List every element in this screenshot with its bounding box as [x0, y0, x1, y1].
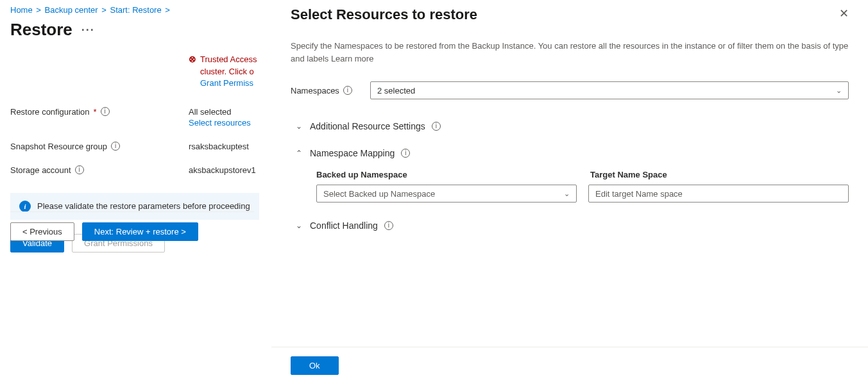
info-icon[interactable]: i [384, 221, 393, 230]
crumb-home[interactable]: Home [10, 5, 33, 15]
chevron-right-icon: > [165, 5, 170, 15]
info-icon[interactable]: i [75, 165, 84, 174]
error-icon: ⊗ [189, 54, 196, 64]
accordion-namespace-mapping[interactable]: ⌃ Namespace Mapping i [294, 143, 849, 163]
more-icon[interactable]: ··· [81, 24, 95, 36]
chevron-down-icon: ⌄ [294, 221, 303, 230]
target-namespace-input[interactable]: Edit target Name space [588, 185, 849, 203]
page-title: Restore [10, 20, 72, 40]
accordion-label: Conflict Handling [310, 220, 378, 231]
info-icon[interactable]: i [101, 107, 110, 116]
col-backed-up-namespace: Backed up Namespace [316, 170, 575, 179]
namespaces-label: Namespaces [291, 86, 339, 95]
storage-account-value: aksbackupstorev1 [189, 165, 256, 175]
select-resources-panel: Select Resources to restore ✕ Specify th… [271, 0, 868, 389]
chevron-right-icon: > [101, 5, 106, 15]
storage-account-label: Storage account [10, 165, 71, 175]
info-icon[interactable]: i [401, 149, 410, 158]
accordion-additional-resource-settings[interactable]: ⌄ Additional Resource Settings i [294, 116, 849, 137]
trusted-access-warning: ⊗ Trusted Access cluster. Click o Grant … [189, 54, 259, 88]
info-icon[interactable]: i [111, 142, 120, 151]
next-review-restore-button[interactable]: Next: Review + restore > [82, 222, 198, 241]
col-target-namespace: Target Name Space [590, 170, 849, 179]
ok-button[interactable]: Ok [291, 356, 339, 375]
dropdown-placeholder: Select Backed up Namespace [323, 189, 435, 199]
warning-text-2: cluster. Click o [200, 67, 254, 76]
select-resources-link[interactable]: Select resources [189, 118, 251, 128]
close-icon[interactable]: ✕ [839, 6, 849, 21]
chevron-up-icon: ⌃ [294, 149, 303, 158]
restore-config-value: All selected [189, 107, 231, 117]
panel-title: Select Resources to restore [291, 6, 477, 23]
chevron-right-icon: > [36, 5, 41, 15]
namespaces-value: 2 selected [377, 86, 415, 95]
info-icon: i [19, 201, 31, 212]
namespaces-dropdown[interactable]: 2 selected ⌄ [370, 81, 849, 99]
restore-config-label: Restore configuration [10, 107, 90, 117]
banner-text: Please validate the restore parameters b… [37, 201, 250, 211]
chevron-down-icon: ⌄ [294, 122, 303, 131]
accordion-label: Additional Resource Settings [310, 121, 425, 131]
input-placeholder: Edit target Name space [595, 189, 683, 199]
previous-button[interactable]: < Previous [10, 222, 74, 241]
accordion-label: Namespace Mapping [310, 148, 395, 158]
chevron-down-icon: ⌄ [836, 87, 842, 95]
snapshot-rg-value: rsaksbackuptest [189, 142, 249, 151]
crumb-start-restore[interactable]: Start: Restore [110, 5, 161, 15]
grant-permissions-link[interactable]: Grant Permiss [200, 78, 257, 88]
backed-up-namespace-dropdown[interactable]: Select Backed up Namespace ⌄ [316, 185, 577, 203]
snapshot-rg-label: Snapshot Resource group [10, 142, 107, 151]
info-icon[interactable]: i [432, 122, 441, 131]
info-icon[interactable]: i [343, 86, 352, 95]
warning-text-1: Trusted Access [200, 54, 257, 64]
chevron-down-icon: ⌄ [564, 190, 570, 198]
panel-description: Specify the Namespaces to be restored fr… [291, 40, 849, 65]
accordion-conflict-handling[interactable]: ⌄ Conflict Handling i [294, 215, 849, 236]
breadcrumb: Home > Backup center > Start: Restore > [0, 0, 269, 17]
crumb-backup-center[interactable]: Backup center [45, 5, 98, 15]
required-icon: * [94, 107, 97, 117]
